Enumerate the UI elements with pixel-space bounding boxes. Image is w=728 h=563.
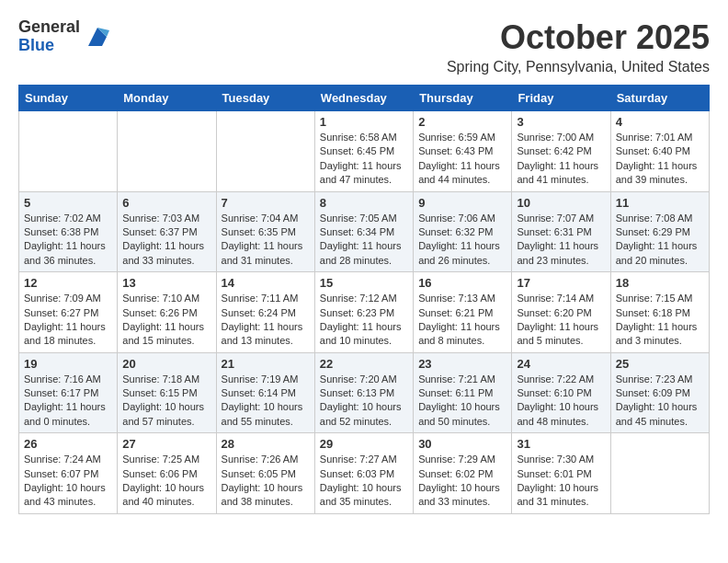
calendar-cell: 30Sunrise: 7:29 AM Sunset: 6:02 PM Dayli… <box>414 433 512 514</box>
date-number: 25 <box>616 357 704 371</box>
date-number: 5 <box>24 196 112 210</box>
logo-blue: Blue <box>18 37 80 55</box>
cell-info: Sunrise: 7:27 AM Sunset: 6:03 PM Dayligh… <box>320 453 408 510</box>
cell-info: Sunrise: 7:00 AM Sunset: 6:42 PM Dayligh… <box>517 131 605 188</box>
week-row-5: 26Sunrise: 7:24 AM Sunset: 6:07 PM Dayli… <box>19 433 710 514</box>
date-number: 29 <box>320 437 408 451</box>
calendar-cell: 6Sunrise: 7:03 AM Sunset: 6:37 PM Daylig… <box>118 191 216 272</box>
cell-info: Sunrise: 7:14 AM Sunset: 6:20 PM Dayligh… <box>517 292 605 349</box>
calendar-cell <box>216 111 314 192</box>
date-number: 11 <box>616 196 704 210</box>
cell-info: Sunrise: 7:15 AM Sunset: 6:18 PM Dayligh… <box>616 292 704 349</box>
day-header-tuesday: Tuesday <box>216 86 314 111</box>
week-row-2: 5Sunrise: 7:02 AM Sunset: 6:38 PM Daylig… <box>19 191 710 272</box>
date-number: 4 <box>616 115 704 129</box>
date-number: 22 <box>320 357 408 371</box>
calendar-cell: 19Sunrise: 7:16 AM Sunset: 6:17 PM Dayli… <box>19 352 118 433</box>
day-header-saturday: Saturday <box>610 86 709 111</box>
date-number: 28 <box>222 437 310 451</box>
calendar-cell: 11Sunrise: 7:08 AM Sunset: 6:29 PM Dayli… <box>610 191 709 272</box>
date-number: 7 <box>222 196 310 210</box>
date-number: 31 <box>517 437 605 451</box>
date-number: 27 <box>122 437 210 451</box>
week-row-3: 12Sunrise: 7:09 AM Sunset: 6:27 PM Dayli… <box>19 272 710 353</box>
cell-info: Sunrise: 7:16 AM Sunset: 6:17 PM Dayligh… <box>24 373 112 430</box>
calendar-cell: 20Sunrise: 7:18 AM Sunset: 6:15 PM Dayli… <box>118 352 216 433</box>
calendar-cell: 10Sunrise: 7:07 AM Sunset: 6:31 PM Dayli… <box>512 191 610 272</box>
date-number: 24 <box>517 357 605 371</box>
date-number: 21 <box>222 357 310 371</box>
date-number: 26 <box>24 437 112 451</box>
cell-info: Sunrise: 7:22 AM Sunset: 6:10 PM Dayligh… <box>517 373 605 430</box>
day-headers-row: SundayMondayTuesdayWednesdayThursdayFrid… <box>19 86 710 111</box>
day-header-monday: Monday <box>118 86 216 111</box>
cell-info: Sunrise: 7:29 AM Sunset: 6:02 PM Dayligh… <box>418 453 506 510</box>
calendar-cell: 9Sunrise: 7:06 AM Sunset: 6:32 PM Daylig… <box>414 191 512 272</box>
cell-info: Sunrise: 7:13 AM Sunset: 6:21 PM Dayligh… <box>418 292 506 349</box>
date-number: 14 <box>222 276 310 290</box>
calendar-cell: 8Sunrise: 7:05 AM Sunset: 6:34 PM Daylig… <box>314 191 413 272</box>
calendar-cell: 18Sunrise: 7:15 AM Sunset: 6:18 PM Dayli… <box>610 272 709 353</box>
calendar-cell: 14Sunrise: 7:11 AM Sunset: 6:24 PM Dayli… <box>216 272 314 353</box>
date-number: 6 <box>122 196 210 210</box>
date-number: 8 <box>320 196 408 210</box>
cell-info: Sunrise: 7:08 AM Sunset: 6:29 PM Dayligh… <box>616 212 704 269</box>
cell-info: Sunrise: 7:11 AM Sunset: 6:24 PM Dayligh… <box>222 292 310 349</box>
cell-info: Sunrise: 7:21 AM Sunset: 6:11 PM Dayligh… <box>418 373 506 430</box>
calendar-cell: 27Sunrise: 7:25 AM Sunset: 6:06 PM Dayli… <box>118 433 216 514</box>
calendar-cell: 4Sunrise: 7:01 AM Sunset: 6:40 PM Daylig… <box>610 111 709 192</box>
cell-info: Sunrise: 7:25 AM Sunset: 6:06 PM Dayligh… <box>122 453 210 510</box>
cell-info: Sunrise: 7:10 AM Sunset: 6:26 PM Dayligh… <box>122 292 210 349</box>
calendar-cell: 25Sunrise: 7:23 AM Sunset: 6:09 PM Dayli… <box>610 352 709 433</box>
cell-info: Sunrise: 7:05 AM Sunset: 6:34 PM Dayligh… <box>320 212 408 269</box>
date-number: 15 <box>320 276 408 290</box>
page-header: General Blue October 2025 Spring City, P… <box>18 18 710 75</box>
day-header-wednesday: Wednesday <box>314 86 413 111</box>
main-title: October 2025 <box>447 18 710 57</box>
calendar-table: SundayMondayTuesdayWednesdayThursdayFrid… <box>18 85 710 514</box>
cell-info: Sunrise: 7:19 AM Sunset: 6:14 PM Dayligh… <box>222 373 310 430</box>
cell-info: Sunrise: 7:02 AM Sunset: 6:38 PM Dayligh… <box>24 212 112 269</box>
cell-info: Sunrise: 7:18 AM Sunset: 6:15 PM Dayligh… <box>122 373 210 430</box>
logo-text: General Blue <box>18 18 80 55</box>
cell-info: Sunrise: 7:07 AM Sunset: 6:31 PM Dayligh… <box>517 212 605 269</box>
cell-info: Sunrise: 7:04 AM Sunset: 6:35 PM Dayligh… <box>222 212 310 269</box>
calendar-cell: 24Sunrise: 7:22 AM Sunset: 6:10 PM Dayli… <box>512 352 610 433</box>
logo-general: General <box>18 18 80 37</box>
cell-info: Sunrise: 6:58 AM Sunset: 6:45 PM Dayligh… <box>320 131 408 188</box>
date-number: 2 <box>418 115 506 129</box>
calendar-cell: 15Sunrise: 7:12 AM Sunset: 6:23 PM Dayli… <box>314 272 413 353</box>
date-number: 17 <box>517 276 605 290</box>
calendar-cell: 17Sunrise: 7:14 AM Sunset: 6:20 PM Dayli… <box>512 272 610 353</box>
calendar-cell: 7Sunrise: 7:04 AM Sunset: 6:35 PM Daylig… <box>216 191 314 272</box>
date-number: 12 <box>24 276 112 290</box>
calendar-cell: 31Sunrise: 7:30 AM Sunset: 6:01 PM Dayli… <box>512 433 610 514</box>
calendar-cell: 29Sunrise: 7:27 AM Sunset: 6:03 PM Dayli… <box>314 433 413 514</box>
day-header-sunday: Sunday <box>19 86 118 111</box>
cell-info: Sunrise: 7:20 AM Sunset: 6:13 PM Dayligh… <box>320 373 408 430</box>
calendar-cell: 21Sunrise: 7:19 AM Sunset: 6:14 PM Dayli… <box>216 352 314 433</box>
date-number: 1 <box>320 115 408 129</box>
date-number: 16 <box>418 276 506 290</box>
calendar-cell: 22Sunrise: 7:20 AM Sunset: 6:13 PM Dayli… <box>314 352 413 433</box>
cell-info: Sunrise: 7:12 AM Sunset: 6:23 PM Dayligh… <box>320 292 408 349</box>
calendar-cell: 5Sunrise: 7:02 AM Sunset: 6:38 PM Daylig… <box>19 191 118 272</box>
cell-info: Sunrise: 7:23 AM Sunset: 6:09 PM Dayligh… <box>616 373 704 430</box>
cell-info: Sunrise: 7:30 AM Sunset: 6:01 PM Dayligh… <box>517 453 605 510</box>
calendar-cell: 23Sunrise: 7:21 AM Sunset: 6:11 PM Dayli… <box>414 352 512 433</box>
date-number: 30 <box>418 437 506 451</box>
calendar-cell: 3Sunrise: 7:00 AM Sunset: 6:42 PM Daylig… <box>512 111 610 192</box>
calendar-cell: 12Sunrise: 7:09 AM Sunset: 6:27 PM Dayli… <box>19 272 118 353</box>
subtitle: Spring City, Pennsylvania, United States <box>447 59 710 75</box>
calendar-cell <box>19 111 118 192</box>
date-number: 18 <box>616 276 704 290</box>
cell-info: Sunrise: 7:01 AM Sunset: 6:40 PM Dayligh… <box>616 131 704 188</box>
week-row-1: 1Sunrise: 6:58 AM Sunset: 6:45 PM Daylig… <box>19 111 710 192</box>
date-number: 10 <box>517 196 605 210</box>
cell-info: Sunrise: 6:59 AM Sunset: 6:43 PM Dayligh… <box>418 131 506 188</box>
date-number: 23 <box>418 357 506 371</box>
calendar-cell: 1Sunrise: 6:58 AM Sunset: 6:45 PM Daylig… <box>314 111 413 192</box>
calendar-cell: 26Sunrise: 7:24 AM Sunset: 6:07 PM Dayli… <box>19 433 118 514</box>
cell-info: Sunrise: 7:26 AM Sunset: 6:05 PM Dayligh… <box>222 453 310 510</box>
day-header-friday: Friday <box>512 86 610 111</box>
